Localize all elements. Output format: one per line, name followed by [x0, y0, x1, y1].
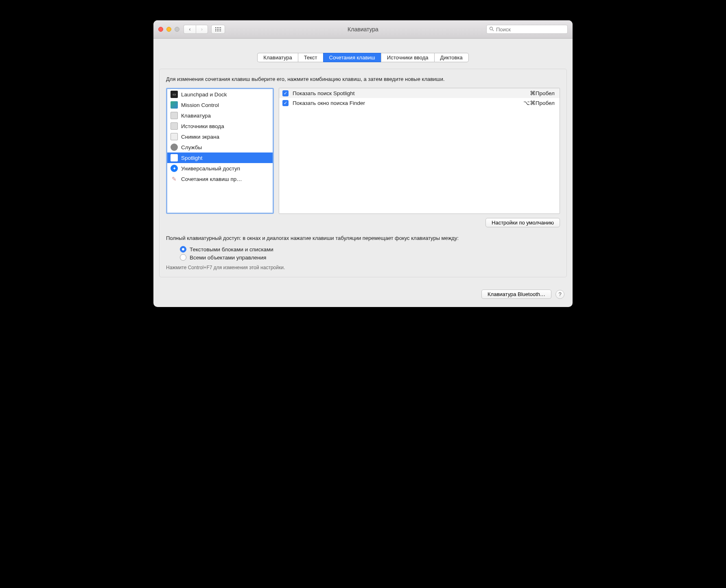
help-button[interactable]: ? [555, 290, 564, 299]
chevron-right-icon: › [201, 26, 203, 32]
category-launchpad-dock[interactable]: ▭ Launchpad и Dock [167, 89, 273, 100]
instruction-text: Для изменения сочетания клавиш выберите … [166, 76, 560, 83]
zoom-button [175, 27, 179, 32]
shortcut-key[interactable]: ⌘Пробел [530, 90, 555, 96]
category-label: Универсальный доступ [181, 166, 240, 172]
radio-text-lists[interactable]: Текстовыми блоками и списками [180, 245, 560, 253]
svg-point-0 [490, 27, 493, 30]
radio-button[interactable] [180, 254, 186, 261]
minimize-button[interactable] [166, 27, 171, 32]
chevron-left-icon: ‹ [189, 26, 191, 32]
titlebar: ‹ › Клавиатура [153, 20, 573, 39]
lists-row: ▭ Launchpad и Dock Mission Control Клави… [166, 88, 560, 214]
category-keyboard[interactable]: Клавиатура [167, 110, 273, 121]
category-label: Клавиатура [181, 113, 211, 119]
radio-label: Всеми объектами управления [190, 255, 266, 261]
tab-keyboard[interactable]: Клавиатура [257, 53, 297, 62]
defaults-row: Настройки по умолчанию [166, 218, 560, 227]
shortcut-list[interactable]: ✓ Показать поиск Spotlight ⌘Пробел ✓ Пок… [279, 88, 560, 214]
footer: Клавиатура Bluetooth… ? [159, 290, 567, 299]
shortcuts-panel: Для изменения сочетания клавиш выберите … [159, 69, 567, 277]
category-label: Mission Control [181, 102, 219, 108]
tabs: Клавиатура Текст Сочетания клавиш Источн… [159, 53, 567, 62]
category-services[interactable]: Службы [167, 142, 273, 152]
input-sources-icon [171, 122, 178, 130]
mission-control-icon [171, 101, 178, 109]
shortcut-row[interactable]: ✓ Показать окно поиска Finder ⌥⌘Пробел [279, 98, 560, 108]
services-icon [171, 144, 178, 151]
launchpad-icon: ▭ [171, 91, 178, 98]
category-screenshots[interactable]: Снимки экрана [167, 131, 273, 142]
forward-button[interactable]: › [196, 25, 208, 34]
tab-input-sources[interactable]: Источники ввода [381, 53, 434, 62]
shortcut-label: Показать окно поиска Finder [293, 100, 519, 106]
help-icon: ? [558, 291, 561, 297]
search-icon [489, 26, 494, 33]
radio-all-controls[interactable]: Всеми объектами управления [180, 253, 560, 261]
radio-button[interactable] [180, 246, 186, 253]
bluetooth-keyboard-button[interactable]: Клавиатура Bluetooth… [481, 290, 551, 299]
access-hint: Нажмите Control+F7 для изменения этой на… [166, 265, 560, 270]
access-radio-group: Текстовыми блоками и списками Всеми объе… [180, 245, 560, 261]
radio-label: Текстовыми блоками и списками [190, 246, 273, 253]
svg-line-1 [492, 30, 494, 31]
category-spotlight[interactable]: Spotlight [167, 152, 273, 163]
full-keyboard-access: Полный клавиатурный доступ: в окнах и ди… [166, 235, 560, 270]
nav-buttons: ‹ › [184, 25, 208, 34]
category-label: Launchpad и Dock [181, 91, 227, 98]
shortcut-checkbox[interactable]: ✓ [282, 100, 289, 106]
search-input[interactable] [496, 26, 565, 33]
shortcut-row[interactable]: ✓ Показать поиск Spotlight ⌘Пробел [279, 88, 560, 98]
tab-dictation[interactable]: Диктовка [434, 53, 469, 62]
category-input-sources[interactable]: Источники ввода [167, 121, 273, 131]
access-description: Полный клавиатурный доступ: в окнах и ди… [166, 235, 560, 242]
preferences-window: ‹ › Клавиатура Клавиатура Текст Сочетани [153, 20, 573, 307]
category-label: Источники ввода [181, 123, 224, 129]
window-controls [158, 27, 179, 32]
tab-shortcuts[interactable]: Сочетания клавиш [323, 53, 381, 62]
show-all-button[interactable] [211, 25, 225, 34]
grid-icon [215, 27, 221, 31]
category-label: Службы [181, 144, 202, 150]
shortcut-checkbox[interactable]: ✓ [282, 90, 289, 96]
shortcut-label: Показать поиск Spotlight [293, 90, 526, 96]
category-list[interactable]: ▭ Launchpad и Dock Mission Control Клави… [166, 88, 274, 214]
content-area: Клавиатура Текст Сочетания клавиш Источн… [153, 53, 573, 307]
category-label: Снимки экрана [181, 134, 219, 140]
screenshot-icon [171, 133, 178, 140]
category-accessibility[interactable]: ✦ Универсальный доступ [167, 163, 273, 174]
category-mission-control[interactable]: Mission Control [167, 100, 273, 110]
restore-defaults-button[interactable]: Настройки по умолчанию [485, 218, 560, 227]
close-button[interactable] [158, 27, 163, 32]
back-button[interactable]: ‹ [184, 25, 196, 34]
category-label: Сочетания клавиш пр… [181, 176, 242, 182]
keyboard-icon [171, 112, 178, 119]
shortcut-key[interactable]: ⌥⌘Пробел [523, 100, 555, 106]
spotlight-icon [171, 154, 178, 161]
category-app-shortcuts[interactable]: ✎ Сочетания клавиш пр… [167, 174, 273, 184]
search-field[interactable] [486, 25, 568, 34]
app-shortcuts-icon: ✎ [171, 175, 178, 183]
accessibility-icon: ✦ [171, 165, 178, 172]
category-label: Spotlight [181, 155, 203, 161]
tab-text[interactable]: Текст [298, 53, 323, 62]
